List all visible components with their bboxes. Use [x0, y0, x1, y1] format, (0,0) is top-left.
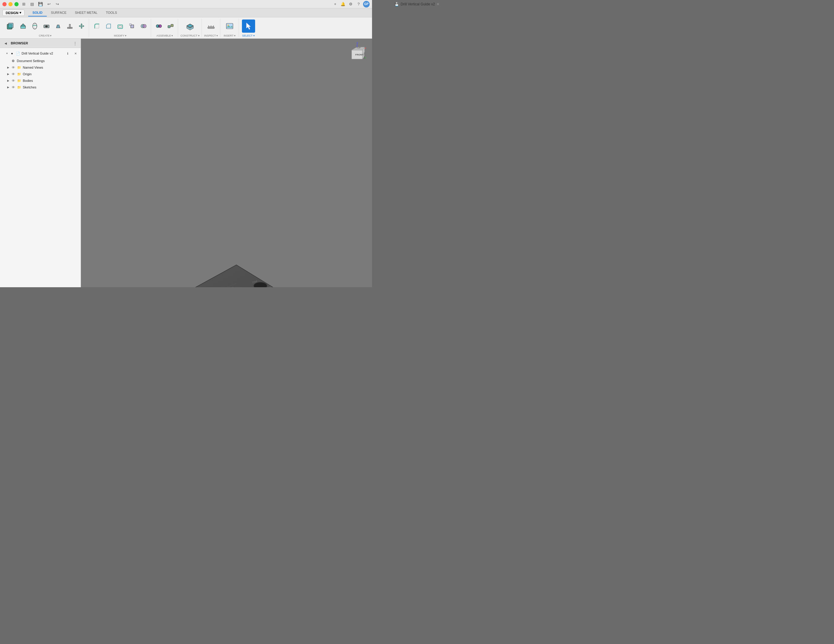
notifications-icon[interactable]: 🔔	[339, 1, 346, 8]
shell-button[interactable]	[115, 21, 126, 31]
svg-rect-1	[8, 23, 13, 28]
rib-button[interactable]	[65, 21, 75, 31]
root-visibility-icon[interactable]: ●	[10, 51, 15, 56]
svg-point-17	[143, 24, 146, 28]
measure-button[interactable]	[204, 19, 218, 33]
svg-text:Z: Z	[356, 42, 358, 45]
svg-text:FRONT: FRONT	[355, 53, 364, 56]
svg-rect-32	[226, 23, 233, 29]
chamfer-button[interactable]	[103, 21, 114, 31]
settings-icon[interactable]: ⚙	[348, 1, 354, 8]
sketches-visibility-icon[interactable]: 👁	[11, 85, 16, 90]
viewcube[interactable]: Z FRONT RIGHT TOP	[345, 42, 369, 66]
window-controls: ⊞ ▤ 💾 ↩ ↪	[2, 1, 61, 8]
create-label[interactable]: CREATE ▾	[39, 34, 52, 37]
select-button[interactable]	[242, 19, 255, 33]
bodies-arrow[interactable]: ▶	[6, 79, 10, 82]
combine-button[interactable]	[138, 21, 149, 31]
select-label[interactable]: SELECT ▾	[242, 34, 255, 37]
browser-options-icon[interactable]: ⋮	[72, 40, 78, 47]
bodies-visibility-icon[interactable]: 👁	[11, 78, 16, 83]
new-body-button[interactable]	[3, 19, 17, 33]
assemble-arrow-icon: ▾	[171, 34, 173, 37]
insert-label[interactable]: INSERT ▾	[224, 34, 236, 37]
sketches-arrow[interactable]: ▶	[6, 86, 10, 89]
fillet-button[interactable]	[91, 21, 102, 31]
svg-rect-15	[129, 24, 131, 26]
revolve-button[interactable]	[29, 21, 40, 31]
modify-label[interactable]: MODIFY ▾	[114, 34, 126, 37]
tab-solid[interactable]: SOLID	[28, 9, 47, 16]
hole-button[interactable]	[41, 21, 52, 31]
minimize-button[interactable]	[8, 2, 13, 6]
undo-icon[interactable]: ↩	[45, 1, 52, 8]
toolbar-area: DESIGN ▾ SOLID SURFACE SHEET METAL TOOLS	[0, 8, 372, 39]
sketches-folder-icon: 📁	[17, 85, 22, 90]
tree-item-origin[interactable]: ▶ 👁 📁 Origin	[0, 71, 81, 78]
browser-collapse-icon[interactable]: ◀	[2, 40, 9, 47]
svg-rect-10	[69, 24, 70, 28]
svg-marker-3	[21, 24, 26, 26]
insert-arrow-icon: ▾	[234, 34, 236, 37]
tree-item-root[interactable]: ▾ ● 📄 Drill Vertical Guide v2 ℹ ✕	[0, 49, 81, 58]
options-icon[interactable]: ▤	[29, 1, 36, 8]
named-views-arrow[interactable]: ▶	[6, 66, 10, 69]
inspect-label[interactable]: INSPECT ▾	[204, 34, 218, 37]
tab-tools[interactable]: TOOLS	[102, 9, 121, 16]
maximize-button[interactable]	[15, 2, 19, 6]
save-icon[interactable]: 💾	[37, 1, 44, 8]
tab-row: DESIGN ▾ SOLID SURFACE SHEET METAL TOOLS	[0, 8, 372, 18]
redo-icon[interactable]: ↪	[54, 1, 61, 8]
svg-marker-11	[107, 24, 111, 28]
svg-rect-2	[21, 26, 26, 29]
assemble-label[interactable]: ASSEMBLE ▾	[157, 34, 173, 37]
viewport[interactable]: Z FRONT RIGHT TOP	[81, 39, 372, 287]
help-icon[interactable]: ?	[355, 1, 362, 8]
root-info-icon[interactable]: ℹ	[65, 50, 71, 57]
svg-marker-35	[246, 23, 251, 29]
origin-arrow[interactable]: ▶	[6, 73, 10, 76]
user-avatar[interactable]: GP	[363, 1, 370, 8]
origin-visibility-icon[interactable]: 👁	[11, 72, 16, 76]
joint-button[interactable]	[154, 21, 164, 31]
tab-surface[interactable]: SURFACE	[47, 9, 71, 16]
bodies-folder-icon: 📁	[17, 78, 22, 83]
browser-tree: ▾ ● 📄 Drill Vertical Guide v2 ℹ ✕ ⚙ Docu…	[0, 48, 81, 287]
menu-icon[interactable]: ⊞	[20, 1, 27, 8]
loft-button[interactable]	[53, 21, 63, 31]
right-controls: + 🔔 ⚙ ? GP	[332, 1, 370, 8]
ribbon: CREATE ▾	[0, 18, 372, 38]
3d-model: 3/16 1/4 5/16 3/8 7/16 1/2	[125, 256, 350, 287]
scale-button[interactable]	[126, 21, 137, 31]
move-button[interactable]	[76, 21, 87, 31]
named-views-visibility-icon[interactable]: 👁	[11, 65, 16, 70]
modify-arrow-icon: ▾	[125, 34, 126, 37]
tree-item-doc-settings[interactable]: ⚙ Document Settings	[0, 58, 81, 64]
root-collapse-icon[interactable]: ▾	[5, 52, 8, 55]
tree-item-sketches[interactable]: ▶ 👁 📁 Sketches	[0, 84, 81, 91]
construct-label[interactable]: CONSTRUCT ▾	[181, 34, 200, 37]
title-bar: ⊞ ▤ 💾 ↩ ↪ 💾 Drill Vertical Guide v2 ✕ + …	[0, 0, 372, 8]
add-tab-button[interactable]: +	[332, 1, 338, 8]
inspect-arrow-icon: ▾	[217, 34, 218, 37]
root-options-icon[interactable]: ✕	[72, 50, 79, 57]
design-menu-button[interactable]: DESIGN ▾	[2, 10, 24, 16]
root-icon: 📄	[16, 51, 20, 56]
chevron-down-icon: ▾	[19, 11, 21, 15]
insert-image-button[interactable]	[223, 19, 236, 33]
tree-item-bodies[interactable]: ▶ 👁 📁 Bodies	[0, 78, 81, 84]
tab-sheet-metal[interactable]: SHEET METAL	[71, 9, 102, 16]
svg-rect-22	[171, 24, 173, 27]
svg-rect-26	[208, 27, 214, 29]
offset-plane-button[interactable]	[183, 19, 197, 33]
tree-item-named-views[interactable]: ▶ 👁 📁 Named Views	[0, 64, 81, 71]
ribbon-group-select: SELECT ▾	[239, 19, 257, 37]
close-button[interactable]	[2, 2, 6, 6]
as-built-joint-button[interactable]	[165, 21, 176, 31]
create-arrow-icon: ▾	[50, 34, 52, 37]
svg-text:RIGHT: RIGHT	[363, 52, 365, 59]
browser-header: ◀ BROWSER ⋮	[0, 39, 81, 48]
svg-rect-13	[119, 26, 122, 28]
extrude-button[interactable]	[18, 21, 29, 31]
svg-marker-78	[143, 265, 329, 287]
